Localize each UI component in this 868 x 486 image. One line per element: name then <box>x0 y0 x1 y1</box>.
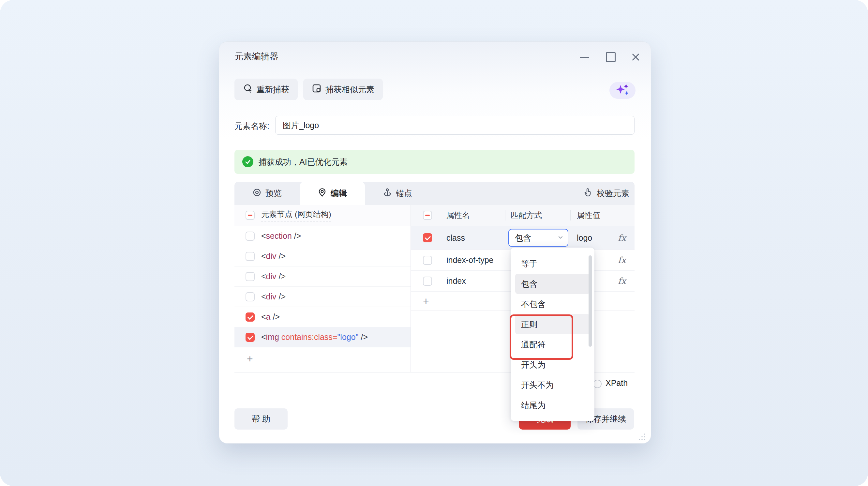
attributes-select-all-checkbox[interactable] <box>423 211 432 220</box>
node-tree-list: <section /> <div /> <div /> <box>235 226 410 347</box>
attribute-name: class <box>446 233 465 243</box>
tree-row-checkbox[interactable] <box>246 252 255 261</box>
close-icon[interactable] <box>629 51 642 63</box>
dialog-title: 元素编辑器 <box>235 51 278 62</box>
tree-row[interactable]: <div /> <box>235 267 410 287</box>
sparkles-icon <box>615 83 630 98</box>
status-banner-text: 捕获成功，AI已优化元素 <box>258 157 348 167</box>
tree-row-checkbox[interactable] <box>246 272 255 281</box>
status-banner: 捕获成功，AI已优化元素 <box>235 150 634 174</box>
fx-icon[interactable]: fx <box>618 233 626 243</box>
add-node-button[interactable]: + <box>247 354 253 364</box>
tree-row-tag: <div /> <box>261 251 286 261</box>
tree-row-tag: <div /> <box>261 292 286 301</box>
tree-row-tag: <img contains:class="logo" /> <box>261 332 368 342</box>
tree-row-tag: <section /> <box>261 231 301 241</box>
recapture-button[interactable]: 重新捕获 <box>235 79 298 100</box>
minimize-icon[interactable] <box>579 51 591 63</box>
node-tree-header: 元素节点 (网页结构) <box>235 205 410 226</box>
pin-icon <box>318 188 327 199</box>
tree-row[interactable]: <section /> <box>235 226 410 246</box>
header-attr-value: 属性值 <box>577 210 600 220</box>
attribute-row[interactable]: class 包含 logo fx <box>411 226 634 250</box>
tree-row-checkbox[interactable] <box>246 232 255 241</box>
eye-icon <box>252 188 261 199</box>
tree-row[interactable]: <div /> <box>235 287 410 307</box>
element-name-input[interactable]: 图片_logo <box>275 116 634 135</box>
xpath-label: XPath <box>606 378 628 388</box>
fx-icon[interactable]: fx <box>618 276 626 286</box>
tab-anchor[interactable]: 锚点 <box>365 182 430 205</box>
dropdown-option[interactable]: 等于 <box>515 253 590 274</box>
tree-row[interactable]: <div /> <box>235 246 410 267</box>
match-mode-value: 包含 <box>515 233 531 243</box>
dropdown-option[interactable]: 包含 <box>515 274 590 294</box>
validate-element-button[interactable]: 校验元素 <box>583 182 629 205</box>
dropdown-option[interactable]: 结尾为 <box>515 395 590 415</box>
tree-row[interactable]: <a /> <box>235 307 410 327</box>
ai-assistant-button[interactable] <box>610 82 636 99</box>
attribute-value: logo <box>577 233 592 243</box>
attribute-name: index <box>446 276 466 286</box>
resize-grip-icon[interactable] <box>638 433 646 441</box>
add-attribute-button[interactable]: + <box>423 296 429 306</box>
dropdown-option[interactable]: 开头为 <box>515 355 590 375</box>
fx-icon[interactable]: fx <box>618 255 626 265</box>
tree-row[interactable]: <img contains:class="logo" /> <box>235 327 410 347</box>
toolbar: 重新捕获 捕获相似元素 <box>235 79 383 100</box>
match-mode-dropdown: 等于 包含 不包含 正则 通配符 <box>510 248 594 421</box>
maximize-icon[interactable] <box>604 51 617 63</box>
recapture-icon <box>243 84 253 95</box>
dropdown-option[interactable]: 通配符 <box>515 334 590 355</box>
element-name-label: 元素名称: <box>235 121 269 131</box>
header-match-mode: 匹配方式 <box>510 210 542 220</box>
tree-row-checkbox[interactable] <box>246 292 255 301</box>
tree-row-tag: <a /> <box>261 312 280 322</box>
hand-pointer-icon <box>583 187 593 199</box>
capture-similar-icon <box>312 84 321 95</box>
match-mode-options: 等于 包含 不包含 正则 通配符 <box>510 253 594 415</box>
tab-edit[interactable]: 编辑 <box>300 182 365 205</box>
node-tree-header-label: 元素节点 (网页结构) <box>261 209 331 221</box>
dropdown-option[interactable]: 不包含 <box>515 294 590 314</box>
tree-select-all-checkbox[interactable] <box>246 211 255 220</box>
dropdown-option[interactable]: 正则 <box>515 314 590 334</box>
attributes-header: 属性名 匹配方式 属性值 <box>411 205 634 226</box>
dropdown-option[interactable]: 开头不为 <box>515 375 590 395</box>
tree-add-row: + <box>235 347 410 370</box>
tab-bar: 预览 编辑 锚点 校验元素 <box>235 182 634 205</box>
chevron-down-icon <box>557 233 564 243</box>
capture-similar-button[interactable]: 捕获相似元素 <box>303 79 383 100</box>
capture-similar-label: 捕获相似元素 <box>326 84 374 95</box>
element-editor-dialog: 元素编辑器 重新捕获 捕获相似元素 元素名称: 图片_logo <box>219 41 651 444</box>
success-check-icon <box>242 156 253 167</box>
help-button[interactable]: 帮 助 <box>235 408 288 430</box>
tab-preview[interactable]: 预览 <box>235 182 300 205</box>
attribute-row-checkbox[interactable] <box>423 256 432 265</box>
recapture-label: 重新捕获 <box>257 84 289 95</box>
match-mode-select[interactable]: 包含 <box>508 229 568 247</box>
dropdown-scrollbar[interactable] <box>589 255 592 347</box>
tree-row-checkbox[interactable] <box>246 333 255 342</box>
header-attr-name: 属性名 <box>446 210 470 220</box>
node-tree-panel: 元素节点 (网页结构) <section /> <div /> <box>235 205 410 370</box>
tree-row-checkbox[interactable] <box>246 312 255 322</box>
attribute-row-checkbox[interactable] <box>423 233 432 242</box>
tree-row-tag: <div /> <box>261 272 286 281</box>
attribute-name: index-of-type <box>446 255 494 265</box>
desktop-background: 元素编辑器 重新捕获 捕获相似元素 元素名称: 图片_logo <box>0 0 868 486</box>
attribute-row-checkbox[interactable] <box>423 277 432 286</box>
anchor-icon <box>383 188 392 199</box>
